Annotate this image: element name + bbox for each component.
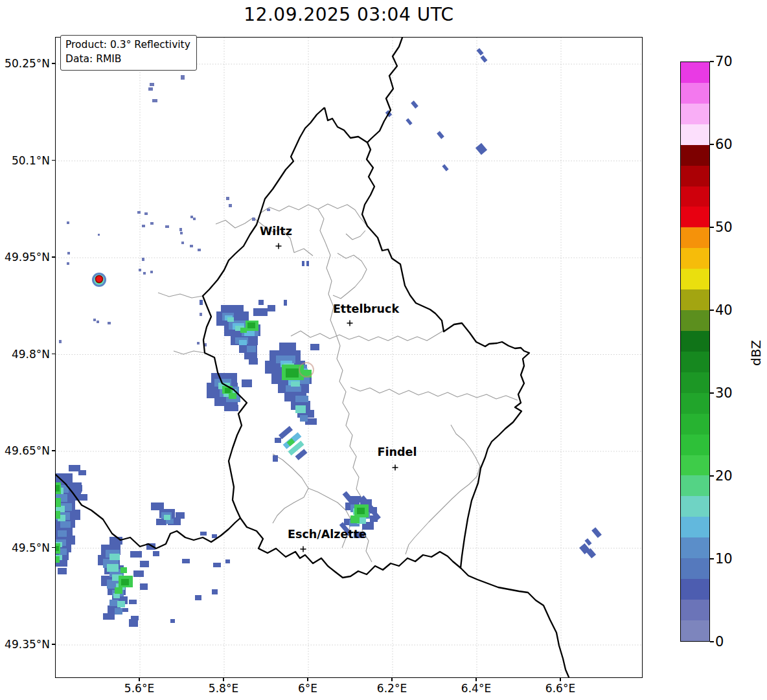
radar-echo-cell bbox=[357, 508, 365, 514]
radar-echo-cell bbox=[58, 568, 67, 574]
radar-map-canvas: WiltzEttelbruckFindelEsch/Alzette bbox=[56, 38, 643, 678]
colorbar-segment bbox=[681, 248, 709, 269]
radar-echo-cell bbox=[275, 438, 281, 443]
colorbar-segment bbox=[681, 62, 709, 83]
y-tick-label: 49.8°N bbox=[0, 348, 50, 361]
radar-echo-cell bbox=[213, 563, 221, 567]
y-tick-mark bbox=[52, 547, 55, 548]
y-tick-label: 50.25°N bbox=[0, 57, 50, 70]
radar-echo-cell bbox=[306, 261, 309, 266]
radar-echo-cell bbox=[226, 197, 229, 200]
colorbar-tick-mark bbox=[710, 558, 714, 559]
radar-echo-cell bbox=[143, 272, 146, 275]
radar-echo-cell bbox=[286, 368, 299, 378]
x-tick-mark bbox=[391, 678, 392, 681]
radar-echo-cell bbox=[131, 616, 139, 620]
y-tick-label: 49.65°N bbox=[0, 444, 50, 457]
radar-echo-cell bbox=[98, 234, 100, 236]
radar-echo-cell bbox=[109, 600, 119, 606]
radar-echo-cell bbox=[284, 300, 287, 306]
radar-echo-cell bbox=[150, 222, 154, 225]
radar-echo-cell bbox=[109, 554, 120, 560]
radar-echo-cell bbox=[176, 512, 185, 519]
radar-echo-cell bbox=[107, 564, 119, 572]
colorbar-segment bbox=[681, 435, 709, 455]
radar-echo-cell bbox=[197, 342, 200, 344]
radar-echo-cell bbox=[140, 561, 149, 567]
colorbar-tick-label: 50 bbox=[715, 220, 733, 235]
region-border bbox=[346, 231, 365, 240]
colorbar-segment bbox=[681, 600, 709, 620]
colorbar-segment bbox=[681, 124, 709, 145]
radar-echo-cell bbox=[117, 601, 125, 607]
radar-echo-cell bbox=[437, 131, 444, 139]
radar-echo-cell bbox=[150, 83, 154, 86]
x-tick-label: 6.2°E bbox=[377, 682, 407, 695]
radar-echo-cell bbox=[164, 515, 170, 520]
x-tick-label: 5.8°E bbox=[209, 682, 238, 695]
radar-echo-cell bbox=[59, 340, 62, 343]
y-tick-mark bbox=[52, 644, 55, 644]
y-tick-label: 49.95°N bbox=[0, 251, 50, 264]
colorbar-tick-mark bbox=[710, 392, 714, 393]
colorbar-tick-label: 10 bbox=[715, 551, 733, 567]
radar-echo-cell bbox=[190, 245, 193, 247]
radar-echo-cell bbox=[181, 75, 185, 80]
y-tick-mark bbox=[52, 256, 55, 257]
x-tick-mark bbox=[139, 678, 139, 681]
y-tick-label: 49.35°N bbox=[0, 638, 50, 651]
y-tick-mark bbox=[52, 354, 55, 354]
colorbar-tick-label: 60 bbox=[715, 137, 733, 152]
radar-echo-cell bbox=[137, 211, 141, 214]
radar-echo-cell bbox=[195, 595, 201, 600]
radar-echo-cell bbox=[212, 589, 218, 594]
radar-echo-cell bbox=[103, 613, 115, 620]
radar-site-dot bbox=[96, 276, 103, 283]
y-tick-mark bbox=[52, 160, 55, 161]
colorbar-segment bbox=[681, 104, 709, 124]
radar-echo-cell bbox=[411, 100, 418, 108]
radar-echo-cell bbox=[67, 221, 69, 224]
y-tick-label: 50.1°N bbox=[0, 154, 50, 167]
data-source-line: Data: RMIB bbox=[65, 52, 190, 66]
region-border bbox=[291, 331, 443, 341]
colorbar-tick-label: 30 bbox=[715, 385, 733, 401]
region-border bbox=[350, 387, 518, 400]
radar-echo-cell bbox=[267, 209, 270, 211]
city-label: Findel bbox=[378, 446, 417, 458]
region-border bbox=[273, 454, 308, 523]
colorbar-segment bbox=[681, 352, 709, 372]
radar-echo-cell bbox=[442, 164, 448, 172]
radar-map-page: { "title": "12.09.2025 03:04 UTC", "info… bbox=[0, 0, 767, 700]
colorbar-tick-label: 40 bbox=[715, 302, 733, 318]
country-border bbox=[367, 38, 402, 142]
radar-echo-cell bbox=[279, 343, 296, 350]
radar-echo-cell bbox=[152, 99, 157, 102]
radar-echo-cell bbox=[300, 415, 308, 422]
region-border bbox=[260, 204, 367, 226]
colorbar-tick-mark bbox=[710, 310, 714, 310]
region-border bbox=[406, 425, 480, 554]
colorbar-segment bbox=[681, 186, 709, 207]
map-plot-area: WiltzEttelbruckFindelEsch/Alzette bbox=[55, 37, 643, 678]
radar-echo-cell bbox=[153, 551, 159, 556]
product-info-box: Product: 0.3° Reflectivity Data: RMIB bbox=[60, 35, 197, 71]
radar-echo-cell bbox=[240, 328, 247, 333]
radar-echo-cell bbox=[120, 567, 127, 573]
radar-echo-cell bbox=[139, 269, 141, 271]
radar-echo-cell bbox=[249, 358, 258, 365]
radar-echo-cell bbox=[144, 212, 148, 215]
radar-echo-cell bbox=[253, 308, 268, 316]
colorbar-segment bbox=[681, 269, 709, 289]
colorbar-segment bbox=[681, 517, 709, 537]
radar-echo-cell bbox=[200, 532, 207, 536]
city-marker bbox=[393, 465, 398, 471]
region-border bbox=[174, 351, 205, 354]
colorbar-tick-label: 0 bbox=[715, 634, 724, 649]
radar-echo-cell bbox=[170, 619, 175, 623]
radar-echo-cell bbox=[476, 48, 483, 56]
radar-echo-cell bbox=[229, 393, 236, 399]
radar-echo-cell bbox=[302, 261, 304, 266]
radar-echo-cell bbox=[78, 494, 87, 501]
radar-echo-cell bbox=[212, 534, 217, 538]
